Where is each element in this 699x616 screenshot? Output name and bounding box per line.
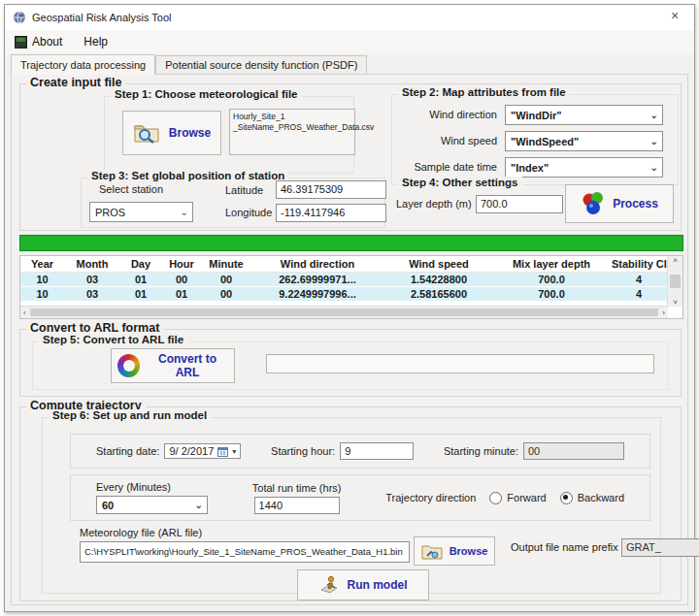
browse-arl-button[interactable]: Browse xyxy=(414,536,495,566)
column-header[interactable]: Mix layer depth xyxy=(493,256,610,272)
starting-minute-label: Starting minute: xyxy=(444,445,518,457)
tab-strip: Trajectory data processing Potential sou… xyxy=(11,53,688,75)
chevron-down-icon: ⌄ xyxy=(650,136,658,146)
table-row[interactable]: 10 03 01 01 00 9.2249997996... 2.5816560… xyxy=(20,287,668,302)
step5-group: Step 5: Convert to ARL file Convert to A… xyxy=(32,341,669,390)
layer-depth-label: Layer depth (m) xyxy=(396,198,472,210)
radio-forward-icon xyxy=(489,492,502,504)
group-create-input-file: Create input file Step 1: Choose meteoro… xyxy=(19,83,682,231)
convert-to-arl-button[interactable]: Convert to ARL xyxy=(111,348,235,383)
radio-backward-icon xyxy=(560,492,573,504)
app-window: Geospatial Risk Analysis Tool × About He… xyxy=(4,4,695,612)
tab-trajectory-data-processing[interactable]: Trajectory data processing xyxy=(11,54,155,75)
step3-group: Step 3: Set global position of station S… xyxy=(81,178,385,228)
starting-hour-field[interactable]: 9 xyxy=(340,442,414,460)
convert-progress-field xyxy=(266,354,654,373)
longitude-field[interactable]: -119.4117946 xyxy=(276,204,386,222)
step6-title: Step 6: Set up and run model xyxy=(49,409,211,421)
spheres-icon xyxy=(581,191,606,216)
radio-backward[interactable]: Backward xyxy=(560,492,624,504)
starting-hour-label: Starting hour: xyxy=(271,445,335,457)
column-header[interactable]: Day xyxy=(120,256,161,272)
close-icon[interactable]: × xyxy=(665,8,684,23)
latitude-label: Latitude xyxy=(225,184,263,196)
group-title: Create input file xyxy=(26,76,125,89)
browse-label: Browse xyxy=(169,126,211,140)
total-run-time-field[interactable]: 1440 xyxy=(254,497,340,514)
column-header[interactable]: Stability Class xyxy=(610,256,668,272)
wind-speed-select[interactable]: "WindSpeed"⌄ xyxy=(505,131,663,151)
folder-open-icon xyxy=(421,543,443,560)
starting-date-label: Starting date: xyxy=(96,445,159,457)
step1-group: Step 1: Choose meteorological file Brows… xyxy=(104,96,354,174)
scrollbar-thumb[interactable] xyxy=(30,308,659,316)
step2-group: Step 2: Map attributes from file Wind di… xyxy=(391,94,679,185)
window-title: Geospatial Risk Analysis Tool xyxy=(32,12,171,23)
table-row[interactable]: 10 03 01 00 00 262.69999971... 1.5422880… xyxy=(20,273,668,287)
wind-direction-select[interactable]: "WindDir"⌄ xyxy=(505,105,663,125)
step1-title: Step 1: Choose meteorological file xyxy=(111,88,302,100)
column-header[interactable]: Wind direction xyxy=(250,256,384,272)
every-minutes-select[interactable]: 60⌄ xyxy=(96,496,208,514)
step3-title: Step 3: Set global position of station xyxy=(87,170,288,181)
starting-minute-field: 00 xyxy=(523,442,624,460)
tab-panel: Create input file Step 1: Choose meteoro… xyxy=(11,74,688,605)
about-icon xyxy=(15,36,27,49)
latitude-field[interactable]: 46.39175309 xyxy=(276,180,386,199)
vertical-scrollbar[interactable]: ˄ ˅ xyxy=(667,256,682,307)
column-header[interactable]: Year xyxy=(20,256,64,272)
column-header[interactable]: Minute xyxy=(202,256,250,272)
wind-speed-label: Wind speed xyxy=(392,135,497,146)
sample-date-time-select[interactable]: "Index"⌄ xyxy=(505,157,663,178)
horizontal-scrollbar[interactable]: ‹ › xyxy=(20,306,668,318)
run-settings-row: Every (Minutes) 60⌄ Total run time (hrs)… xyxy=(70,474,650,521)
scrollbar-thumb[interactable] xyxy=(670,275,681,288)
menu-about[interactable]: About xyxy=(15,35,62,49)
step5-title: Step 5: Convert to ARL file xyxy=(39,334,187,345)
select-station-label: Select station xyxy=(99,183,163,195)
menu-bar: About Help xyxy=(5,30,694,53)
browse-label: Browse xyxy=(449,545,488,557)
layer-depth-field[interactable]: 700.0 xyxy=(476,195,563,213)
calendar-icon xyxy=(217,446,228,457)
met-file-name-box: Hourly_Site_1 _SiteName_PROS_Weather_Dat… xyxy=(229,109,355,155)
group-compute-trajectory: Compute trajectory Step 6: Set up and ru… xyxy=(19,406,682,601)
chevron-down-icon: ⌄ xyxy=(650,162,658,173)
process-button[interactable]: Process xyxy=(565,184,674,223)
step6-group: Step 6: Set up and run model Starting da… xyxy=(42,417,661,594)
title-bar: Geospatial Risk Analysis Tool × xyxy=(5,5,694,31)
scroll-down-icon[interactable]: ˅ xyxy=(673,298,678,307)
output-prefix-field[interactable]: GRAT_ xyxy=(621,538,699,557)
sample-date-time-label: Sample date time xyxy=(392,161,497,173)
every-minutes-label: Every (Minutes) xyxy=(96,481,208,493)
station-select[interactable]: PROS⌄ xyxy=(89,202,193,222)
run-model-label: Run model xyxy=(348,578,408,592)
browse-met-file-button[interactable]: Browse xyxy=(122,111,221,155)
step4-group: Step 4: Other settings Layer depth (m) 7… xyxy=(391,187,679,230)
column-header[interactable]: Wind speed xyxy=(384,256,493,272)
radio-forward[interactable]: Forward xyxy=(489,492,546,504)
column-header[interactable]: Hour xyxy=(161,256,202,272)
app-icon xyxy=(13,11,26,24)
scroll-left-icon[interactable]: ‹ xyxy=(23,308,26,317)
group-title: Convert to ARL format xyxy=(26,321,163,335)
data-table: Year Month Day Hour Minute Wind directio… xyxy=(19,255,683,319)
total-run-time-label: Total run time (hrs) xyxy=(252,482,342,494)
met-file-label: Meteorology file (ARL file) xyxy=(80,527,202,538)
chevron-down-icon: ⌄ xyxy=(650,110,658,120)
tab-psdf[interactable]: Potential source density function (PSDF) xyxy=(155,55,367,75)
scroll-right-icon[interactable]: › xyxy=(662,308,665,317)
wind-direction-label: Wind direction xyxy=(392,109,497,120)
menu-help[interactable]: Help xyxy=(83,35,108,49)
trajectory-direction-label: Trajectory direction xyxy=(385,492,476,503)
folder-search-icon xyxy=(133,121,162,145)
column-header[interactable]: Month xyxy=(64,256,120,272)
group-convert-arl: Convert to ARL format Step 5: Convert to… xyxy=(19,329,682,397)
convert-label: Convert to ARL xyxy=(147,352,228,379)
dropdown-icon: ▾ xyxy=(232,447,236,456)
met-file-path-field[interactable]: C:\HYSPLIT\working\Hourly_Site_1_SiteNam… xyxy=(80,541,410,563)
scroll-up-icon[interactable]: ˄ xyxy=(673,256,678,265)
run-model-button[interactable]: Run model xyxy=(297,569,429,600)
runner-icon xyxy=(319,574,341,596)
starting-date-picker[interactable]: 9/ 2/2017 ▾ xyxy=(164,443,241,459)
